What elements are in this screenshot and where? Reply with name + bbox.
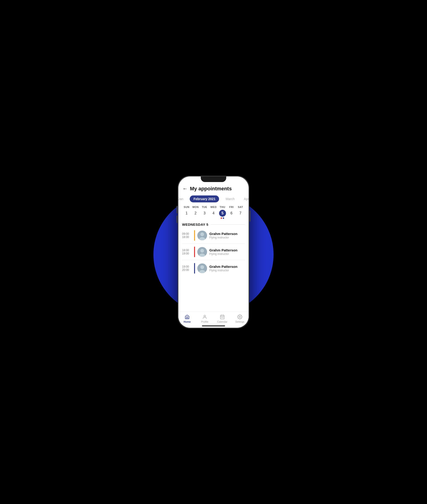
nav-profile-label: Profile: [201, 320, 208, 323]
appt-end-1: 18:00: [182, 236, 192, 239]
settings-icon: [237, 314, 243, 320]
nav-home[interactable]: Home: [181, 314, 194, 323]
screen-content: ← My appointments Jan February 2021 Marc…: [178, 176, 249, 328]
appointment-item-3[interactable]: 19:00 20:00 Grahm Patterso: [182, 261, 245, 276]
appt-start-3: 19:00: [182, 265, 192, 268]
appt-time-1: 09:00 18:00: [182, 232, 192, 239]
section-divider: [211, 224, 245, 225]
home-icon: [184, 314, 190, 320]
appt-role-3: Flying instructor: [209, 269, 245, 272]
month-march[interactable]: March: [223, 196, 237, 202]
volume-up-button: [176, 206, 177, 213]
phone-frame: ← My appointments Jan February 2021 Marc…: [178, 176, 249, 328]
svg-rect-10: [221, 315, 224, 319]
dot-blue: [223, 217, 224, 219]
profile-icon: [202, 314, 207, 320]
calendar-grid: SUN MON TUE WED THU FRI SAT 1 2: [178, 204, 249, 220]
day-5-dots: [221, 217, 224, 219]
header: ← My appointments: [178, 183, 249, 194]
svg-point-1: [200, 232, 204, 236]
volume-down-button: [176, 216, 177, 223]
page-title: My appointments: [190, 186, 232, 192]
dot-red: [221, 217, 222, 219]
bottom-nav: Home Profile: [178, 312, 249, 324]
nav-home-label: Home: [184, 320, 191, 323]
header-sat: SAT: [236, 206, 245, 208]
appt-bar-1: [194, 230, 195, 241]
month-january[interactable]: Jan: [178, 196, 186, 202]
appt-name-2: Grahm Patterson: [209, 248, 245, 252]
header-mon: MON: [191, 206, 200, 208]
back-button[interactable]: ←: [183, 186, 188, 192]
month-selector: Jan February 2021 March Apr: [178, 194, 249, 204]
divider-2: [182, 260, 245, 260]
day-7[interactable]: 7: [237, 210, 244, 217]
day-2[interactable]: 2: [192, 210, 199, 217]
appt-info-3: Grahm Patterson Flying instructor: [209, 265, 245, 272]
calendar-icon: [220, 314, 225, 320]
day-3[interactable]: 3: [201, 210, 208, 217]
day-6[interactable]: 6: [228, 210, 235, 217]
appt-name-1: Grahm Patterson: [209, 232, 245, 236]
svg-point-14: [221, 317, 222, 318]
appointment-item-2[interactable]: 18:00 19:00 Grahm Patterso: [182, 245, 245, 259]
svg-point-16: [239, 316, 241, 318]
month-april[interactable]: Apr: [241, 196, 249, 202]
appointments-list: 09:00 18:00 Grahm Patterso: [178, 228, 249, 312]
section-label-text: WEDNESDAY 5: [182, 222, 208, 227]
day-cell-2: 2: [191, 210, 200, 219]
phone-screen: ← My appointments Jan February 2021 Marc…: [178, 176, 249, 328]
appt-info-1: Grahm Patterson Flying instructor: [209, 232, 245, 239]
day-cell-6: 6: [227, 210, 236, 219]
day-cell-3: 3: [200, 210, 209, 219]
nav-settings-label: Settings: [235, 320, 244, 323]
header-wed: WED: [209, 206, 218, 208]
divider-1: [182, 244, 245, 244]
appt-time-2: 18:00 19:00: [182, 249, 192, 255]
calendar-headers: SUN MON TUE WED THU FRI SAT: [182, 206, 245, 208]
appt-avatar-3: [197, 263, 207, 273]
month-february[interactable]: February 2021: [190, 196, 219, 202]
phone-notch: [201, 176, 226, 182]
header-sun: SUN: [182, 206, 191, 208]
scene: ← My appointments Jan February 2021 Marc…: [144, 169, 283, 335]
appt-end-2: 19:00: [182, 252, 192, 255]
header-fri: FRI: [227, 206, 236, 208]
section-label: WEDNESDAY 5: [178, 220, 249, 228]
day-cell-4: 4: [209, 210, 218, 219]
appt-role-1: Flying instructor: [209, 236, 245, 239]
day-cell-5: 5: [218, 210, 227, 219]
svg-point-15: [223, 317, 223, 318]
nav-calendar-label: Calendar: [217, 320, 228, 323]
day-5[interactable]: 5: [219, 210, 226, 217]
appt-info-2: Grahm Patterson Flying instructor: [209, 248, 245, 256]
appt-bar-2: [194, 247, 195, 257]
svg-point-9: [204, 315, 206, 317]
appt-time-3: 19:00 20:00: [182, 265, 192, 272]
appt-name-3: Grahm Patterson: [209, 265, 245, 268]
day-4[interactable]: 4: [210, 210, 217, 217]
appt-bar-3: [194, 263, 195, 274]
header-tue: TUE: [200, 206, 209, 208]
appt-role-2: Flying instructor: [209, 252, 245, 256]
nav-calendar[interactable]: Calendar: [216, 314, 229, 323]
home-indicator: [202, 325, 225, 326]
appt-avatar-2: [197, 247, 207, 257]
svg-point-7: [200, 265, 204, 269]
appt-start-1: 09:00: [182, 232, 192, 236]
nav-settings[interactable]: Settings: [234, 314, 246, 323]
nav-profile[interactable]: Profile: [198, 314, 211, 323]
appt-avatar-1: [197, 231, 207, 240]
calendar-week-row: 1 2 3 4 5: [182, 210, 245, 219]
header-thu: THU: [218, 206, 227, 208]
power-button: [250, 211, 251, 221]
day-cell-7: 7: [236, 210, 245, 219]
appointment-item-1[interactable]: 09:00 18:00 Grahm Patterso: [182, 228, 245, 243]
svg-point-4: [200, 249, 204, 252]
day-1[interactable]: 1: [183, 210, 190, 217]
appt-start-2: 18:00: [182, 249, 192, 252]
day-cell-1: 1: [182, 210, 191, 219]
appt-end-3: 20:00: [182, 268, 192, 272]
